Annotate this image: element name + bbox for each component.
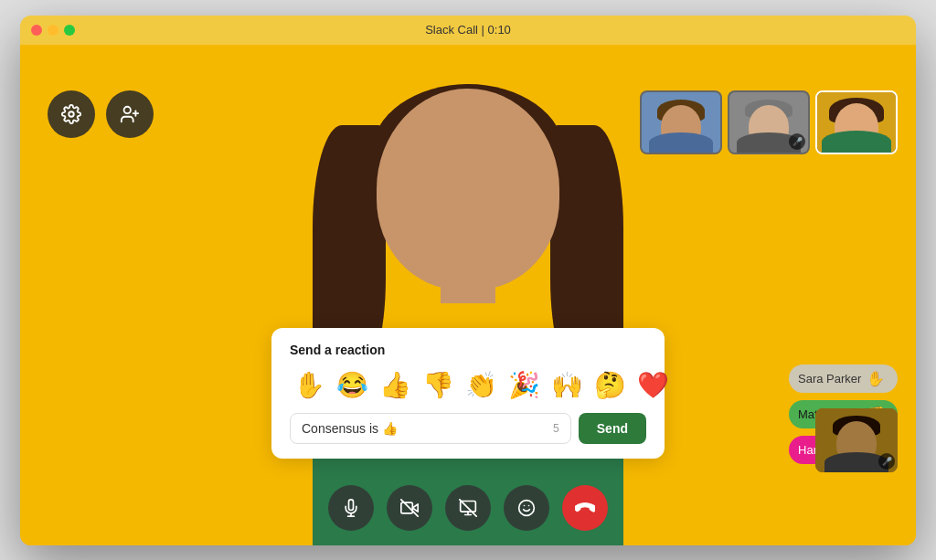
app-window: Slack Call | 0:10 — [20, 16, 916, 545]
char-count: 5 — [553, 422, 559, 435]
emoji-btn-0[interactable]: ✋ — [290, 368, 329, 402]
sara-emoji: ✋ — [867, 370, 885, 387]
mic-off-icon-2: 🎤 — [789, 133, 805, 150]
emoji-btn-3[interactable]: 👎 — [419, 368, 458, 402]
window-title: Slack Call | 0:10 — [425, 23, 511, 37]
emoji-btn-7[interactable]: 🤔 — [590, 368, 630, 402]
title-bar: Slack Call | 0:10 — [20, 16, 916, 45]
bottom-mic-off-overlay: 🎤 — [815, 408, 898, 472]
person-head — [377, 89, 559, 290]
emoji-btn-8[interactable]: ❤️ — [633, 368, 673, 402]
participant-thumb-3[interactable] — [815, 90, 898, 154]
bottom-mic-off-icon: 🎤 — [878, 453, 895, 470]
svg-point-0 — [69, 111, 74, 117]
add-person-button[interactable] — [106, 90, 154, 138]
main-video-person — [276, 70, 660, 545]
message-input-text: Consensus is 👍 — [302, 421, 398, 436]
bottom-participant-thumb[interactable]: 🎤 — [815, 408, 898, 472]
main-video-area: 🎤 Send a reaction ✋ 😂 👍 👎 👏 — [20, 45, 916, 545]
emoji-button[interactable] — [504, 485, 549, 531]
emoji-btn-1[interactable]: 😂 — [333, 368, 372, 402]
sara-parker-label: Sara Parker — [798, 372, 861, 386]
traffic-lights — [31, 25, 75, 36]
participants-row: 🎤 — [640, 90, 898, 154]
fullscreen-button[interactable] — [64, 25, 75, 36]
emoji-btn-6[interactable]: 🙌 — [548, 368, 587, 402]
message-row: Consensus is 👍 5 Send — [290, 413, 646, 444]
reaction-panel: Send a reaction ✋ 😂 👍 👎 👏 🎉 🙌 🤔 ❤️ Conse… — [271, 328, 665, 459]
svg-point-1 — [124, 106, 131, 112]
participant-thumb-2[interactable]: 🎤 — [728, 90, 810, 154]
close-button[interactable] — [31, 25, 42, 36]
video-button[interactable] — [387, 485, 432, 531]
reaction-panel-title: Send a reaction — [290, 343, 646, 357]
screen-share-button[interactable] — [445, 485, 491, 531]
minimize-button[interactable] — [48, 25, 58, 36]
settings-button[interactable] — [48, 90, 95, 138]
bottom-controls — [328, 485, 608, 531]
name-badge-sara: Sara Parker ✋ — [789, 365, 898, 393]
mic-off-overlay-2: 🎤 — [729, 92, 808, 153]
message-input-wrap[interactable]: Consensus is 👍 5 — [290, 413, 571, 444]
emoji-btn-5[interactable]: 🎉 — [505, 368, 544, 402]
svg-marker-6 — [412, 503, 418, 511]
mic-button[interactable] — [328, 485, 374, 531]
person-neck — [441, 267, 495, 303]
emoji-btn-2[interactable]: 👍 — [376, 368, 415, 402]
send-button[interactable]: Send — [579, 413, 646, 444]
controls-topleft — [48, 90, 154, 138]
emoji-btn-4[interactable]: 👏 — [462, 368, 501, 402]
emoji-row: ✋ 😂 👍 👎 👏 🎉 🙌 🤔 ❤️ — [290, 368, 646, 402]
participant-thumb-1[interactable] — [640, 90, 722, 154]
svg-point-13 — [519, 500, 535, 515]
hangup-button[interactable] — [562, 485, 608, 531]
